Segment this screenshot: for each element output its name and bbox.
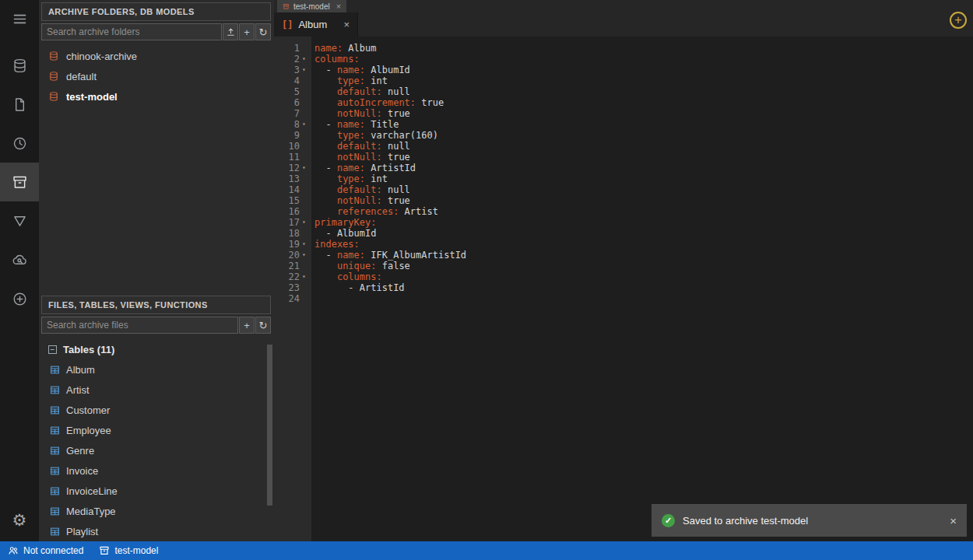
line-number: 4 (274, 75, 301, 86)
users-disconnect-icon (8, 545, 19, 556)
fold-arrow-icon[interactable] (301, 261, 311, 271)
line-number: 7 (274, 108, 301, 119)
add-file-button[interactable]: + (239, 317, 255, 334)
activity-bar: ⚙ (0, 0, 39, 541)
settings-button[interactable]: ⚙ (0, 501, 39, 540)
code-line[interactable]: 2 ▾ columns: (274, 54, 973, 65)
code-line[interactable]: 20 ▾ - name: IFK_AlbumArtistId (274, 250, 973, 261)
fold-arrow-icon[interactable] (301, 86, 311, 97)
fold-arrow-icon[interactable] (301, 184, 311, 195)
code-line[interactable]: 14 default: null (274, 184, 973, 195)
status-model[interactable]: test-model (91, 541, 166, 560)
table-item[interactable]: Artist (39, 380, 274, 400)
fold-arrow-icon[interactable] (301, 97, 311, 108)
upload-button[interactable] (223, 23, 238, 40)
refresh-files-button[interactable]: ↻ (255, 317, 271, 334)
history-button[interactable] (0, 124, 39, 163)
archive-section-header: ARCHIVE FOLDERS, DB MODELS (41, 2, 271, 21)
fold-arrow-icon[interactable] (301, 130, 311, 141)
code-line[interactable]: 5 default: null (274, 86, 973, 97)
code-line[interactable]: 19 ▾ indexes: (274, 239, 973, 250)
archive-search-row: + ↻ (41, 23, 271, 40)
fold-arrow-icon[interactable] (301, 293, 311, 304)
fold-arrow-icon[interactable]: ▾ (301, 271, 311, 282)
code-line[interactable]: 15 notNull: true (274, 195, 973, 206)
archive-button[interactable] (0, 163, 39, 201)
toast-notification: ✓ Saved to archive test-model × (652, 504, 967, 537)
archive-folder-list: chinook-archive default test-model (39, 46, 274, 293)
fold-arrow-icon[interactable] (301, 282, 311, 293)
file-tab-album[interactable]: [] Album × (274, 12, 358, 37)
table-item[interactable]: Playlist (39, 521, 274, 541)
fold-arrow-icon[interactable]: ▾ (301, 65, 311, 75)
collapse-icon[interactable]: − (48, 345, 57, 354)
close-file-tab-button[interactable]: × (343, 19, 350, 30)
code-line[interactable]: 8 ▾ - name: Title (274, 119, 973, 130)
code-line[interactable]: 13 type: int (274, 173, 973, 184)
code-text: - name: ArtistId (311, 163, 416, 173)
table-item[interactable]: Genre (39, 440, 274, 460)
archive-folders-search-input[interactable] (41, 23, 222, 40)
code-line[interactable]: 10 default: null (274, 141, 973, 152)
add-folder-button[interactable]: + (239, 23, 255, 40)
table-item[interactable]: InvoiceLine (39, 481, 274, 501)
fold-arrow-icon[interactable] (301, 152, 311, 163)
fold-arrow-icon[interactable]: ▾ (301, 250, 311, 261)
table-icon (50, 506, 60, 516)
fold-arrow-icon[interactable]: ▾ (301, 119, 311, 130)
archive-folder-item[interactable]: test-model (39, 86, 274, 107)
connections-button[interactable] (0, 46, 39, 85)
code-line[interactable]: 11 notNull: true (274, 152, 973, 163)
connection-status[interactable]: Not connected (0, 541, 91, 560)
tables-group[interactable]: − Tables (11) (39, 339, 274, 359)
table-item[interactable]: MediaType (39, 501, 274, 521)
code-line[interactable]: 16 references: Artist (274, 206, 973, 217)
archive-folder-item[interactable]: default (39, 66, 274, 86)
code-line[interactable]: 21 unique: false (274, 261, 973, 271)
add-connection-button[interactable] (0, 279, 39, 318)
fold-arrow-icon[interactable] (301, 141, 311, 152)
table-item[interactable]: Invoice (39, 460, 274, 481)
code-line[interactable]: 24 (274, 293, 973, 304)
close-window-tab-button[interactable]: × (336, 2, 341, 11)
fold-arrow-icon[interactable]: ▾ (301, 163, 311, 173)
cloud-search-button[interactable] (0, 240, 39, 279)
menu-button[interactable] (0, 0, 39, 37)
fold-arrow-icon[interactable]: ▾ (301, 239, 311, 250)
toast-close-button[interactable]: × (950, 514, 957, 527)
refresh-folders-button[interactable]: ↻ (255, 23, 271, 40)
fold-arrow-icon[interactable] (301, 195, 311, 206)
window-tab[interactable]: test-model × (277, 0, 346, 12)
code-line[interactable]: 3 ▾ - name: AlbumId (274, 65, 973, 75)
fold-arrow-icon[interactable] (301, 228, 311, 239)
table-item[interactable]: Album (39, 359, 274, 380)
code-line[interactable]: 6 autoIncrement: true (274, 97, 973, 108)
code-text: - AlbumId (311, 228, 376, 239)
code-line[interactable]: 18 - AlbumId (274, 228, 973, 239)
scrollbar[interactable] (267, 345, 272, 506)
fold-arrow-icon[interactable] (301, 108, 311, 119)
fold-arrow-icon[interactable]: ▾ (301, 217, 311, 228)
filter-button[interactable] (0, 201, 39, 240)
table-item[interactable]: Customer (39, 400, 274, 420)
code-editor[interactable]: 1 name: Album 2 ▾ columns: 3 ▾ - n (274, 37, 973, 541)
fold-arrow-icon[interactable] (301, 173, 311, 184)
fold-arrow-icon[interactable] (301, 75, 311, 86)
code-line[interactable]: 7 notNull: true (274, 108, 973, 119)
code-line[interactable]: 4 type: int (274, 75, 973, 86)
archive-files-search-input[interactable] (41, 317, 238, 334)
files-button[interactable] (0, 85, 39, 124)
code-line[interactable]: 17 ▾ primaryKey: (274, 217, 973, 228)
table-item[interactable]: Employee (39, 420, 274, 440)
fold-arrow-icon[interactable] (301, 43, 311, 54)
fold-arrow-icon[interactable]: ▾ (301, 54, 311, 65)
code-line[interactable]: 9 type: varchar(160) (274, 130, 973, 141)
fold-arrow-icon[interactable] (301, 206, 311, 217)
code-line[interactable]: 23 - ArtistId (274, 282, 973, 293)
code-line[interactable]: 12 ▾ - name: ArtistId (274, 163, 973, 173)
archive-folder-item[interactable]: chinook-archive (39, 46, 274, 66)
code-line[interactable]: 22 ▾ columns: (274, 271, 973, 282)
line-number: 3 (274, 65, 301, 75)
code-line[interactable]: 1 name: Album (274, 43, 973, 54)
new-tab-button[interactable]: + (950, 12, 967, 29)
